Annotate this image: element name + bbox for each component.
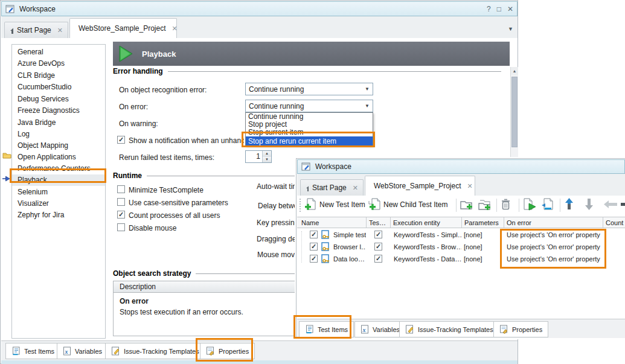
toolbar-drag-handle[interactable] <box>300 199 301 212</box>
highlight-box-test-items-tab <box>293 315 351 339</box>
spinner-down-icon[interactable]: ▼ <box>263 157 271 163</box>
highlight-box-on-error-column <box>500 229 606 269</box>
folder-child-plus-icon <box>478 199 492 211</box>
tab-variables[interactable]: x Variables <box>57 343 108 359</box>
sidebar-item-general[interactable]: General <box>12 46 105 58</box>
move-left-button[interactable] <box>603 200 618 209</box>
tab-test-items[interactable]: Test Items <box>5 343 60 359</box>
highlight-box-properties-tab <box>196 338 253 362</box>
playback-arrow-icon <box>2 175 10 182</box>
dropdown-item[interactable]: Stop project <box>246 121 373 129</box>
tab-issue-tracking[interactable]: Issue-Tracking Templates <box>105 343 205 359</box>
sidebar-item-visualizer[interactable]: Visualizer <box>12 198 105 209</box>
auto-wait-label: Auto-wait tin <box>257 182 296 191</box>
add-group-button[interactable] <box>460 199 474 211</box>
on-object-recognition-label: On object recognition error: <box>119 86 207 94</box>
w2-tab-properties[interactable]: Properties <box>493 321 548 337</box>
w2-tab-project[interactable]: WebStore_Sample_Project ✕ <box>365 176 475 196</box>
test-items-icon <box>11 346 21 356</box>
col-test[interactable]: Tes… <box>367 217 391 228</box>
window-title: Workspace <box>315 162 351 171</box>
row-checkbox[interactable] <box>310 231 318 238</box>
sidebar-item-java-bridge[interactable]: Java Bridge <box>12 117 105 129</box>
row-checkbox[interactable] <box>310 255 318 263</box>
sidebar-item-log[interactable]: Log <box>12 129 105 140</box>
row-checkbox[interactable] <box>310 243 318 251</box>
dropdown-item[interactable]: Continue running <box>246 113 373 121</box>
row-test-checkbox[interactable] <box>374 231 382 238</box>
minimize-checkbox[interactable] <box>117 185 125 193</box>
add-child-group-button[interactable] <box>478 199 492 211</box>
key-pressing-label: Key pressing <box>257 219 298 227</box>
new-test-item-icon <box>304 198 317 211</box>
convert-button[interactable] <box>541 198 555 211</box>
new-test-item-button[interactable]: New Test Item <box>304 198 365 211</box>
delete-button[interactable] <box>500 198 511 211</box>
case-sensitive-label: Use case-sensitive parameters <box>129 199 228 207</box>
row-test-checkbox[interactable] <box>374 243 382 251</box>
grid-header: Name Tes… Execution entity Parameters On… <box>297 217 625 228</box>
new-child-test-item-button[interactable]: New Child Test Item <box>368 198 447 211</box>
move-up-button[interactable] <box>565 197 574 211</box>
tab-close-icon[interactable]: ✕ <box>353 184 358 192</box>
playback-header: Playback <box>113 42 510 66</box>
arrow-right-partial-icon[interactable] <box>621 203 625 206</box>
w2-tab-start-page[interactable]: Start Page ✕ <box>300 179 364 196</box>
col-name[interactable]: Name <box>299 217 367 228</box>
tab-close-icon[interactable]: ✕ <box>172 25 178 33</box>
on-error-combo[interactable]: Continue running ▼ <box>245 100 373 112</box>
tab-close-icon[interactable]: ✕ <box>467 182 473 190</box>
close-button[interactable]: ✕ <box>507 5 513 13</box>
maximize-button[interactable]: □ <box>497 5 501 13</box>
minimize-label: Minimize TestComplete <box>129 186 204 194</box>
sidebar-item-open-applications[interactable]: Open Applications <box>12 152 105 163</box>
move-down-button[interactable] <box>585 197 594 211</box>
sidebar-item-object-mapping[interactable]: Object Mapping <box>12 140 105 152</box>
col-parameters[interactable]: Parameters <box>462 217 504 228</box>
sidebar-item-azure-devops[interactable]: Azure DevOps <box>12 58 105 69</box>
tab-project[interactable]: WebStore_Sample_Project ✕ <box>69 18 177 38</box>
sidebar-item-zephyr[interactable]: Zephyr for Jira <box>12 209 105 221</box>
tab-close-icon[interactable]: ✕ <box>57 27 63 34</box>
convert-test-item-icon <box>541 198 555 211</box>
help-button[interactable]: ? <box>487 5 491 13</box>
col-on-error[interactable]: On error <box>504 217 603 228</box>
notification-checkbox[interactable] <box>117 136 125 144</box>
trash-icon <box>500 198 511 211</box>
rerun-spinner[interactable]: 1 ▲▼ <box>245 150 272 163</box>
bottom-strip <box>1 360 518 364</box>
playback-header-title: Playback <box>142 49 176 59</box>
row-entity: KeywordTests - Data… <box>394 255 461 263</box>
sidebar-item-cucumberstudio[interactable]: CucumberStudio <box>12 81 105 93</box>
sidebar-item-freeze-diagnostics[interactable]: Freeze Diagnostics <box>12 105 105 117</box>
tab-start-page[interactable]: Start Page ✕ <box>4 22 68 38</box>
sidebar-item-clr-bridge[interactable]: CLR Bridge <box>12 70 105 81</box>
w2-tab-variables[interactable]: x Variables <box>354 321 406 337</box>
tab-menu-icon[interactable]: ▼ <box>508 26 513 32</box>
group-error-handling: Error handling <box>113 67 510 75</box>
row-name: Data loo… <box>333 255 366 263</box>
run-selected-button[interactable] <box>523 198 537 211</box>
scroll-up-icon[interactable]: ▲ <box>511 67 518 75</box>
dragging-delay-label: Dragging del <box>257 235 298 243</box>
count-processes-checkbox[interactable] <box>117 211 125 219</box>
case-sensitive-checkbox[interactable] <box>117 198 125 206</box>
rerun-value: 1 <box>246 151 262 162</box>
svg-text:x: x <box>362 327 366 333</box>
tab-project-label: WebStore_Sample_Project <box>79 24 166 33</box>
col-execution-entity[interactable]: Execution entity <box>391 217 462 228</box>
sidebar-item-selenium[interactable]: Selenium <box>12 187 105 198</box>
row-entity: KeywordTests - Brow… <box>394 243 461 251</box>
disable-mouse-checkbox[interactable] <box>117 223 125 231</box>
col-count[interactable]: Count <box>603 217 625 228</box>
test-items-titlebar[interactable]: Workspace <box>297 159 625 174</box>
main-titlebar[interactable]: Workspace ? □ ✕ <box>1 1 518 16</box>
sidebar-item-debug-services[interactable]: Debug Services <box>12 94 105 105</box>
row-test-checkbox[interactable] <box>374 255 382 263</box>
arrow-left-icon <box>603 200 618 209</box>
spinner-up-icon[interactable]: ▲ <box>263 151 271 157</box>
scrollbar-thumb[interactable] <box>511 77 518 147</box>
on-object-recognition-combo[interactable]: Continue running ▼ <box>245 83 373 95</box>
folder-icon <box>2 152 11 159</box>
w2-tab-issue-tracking[interactable]: Issue-Tracking Templates <box>399 321 499 337</box>
